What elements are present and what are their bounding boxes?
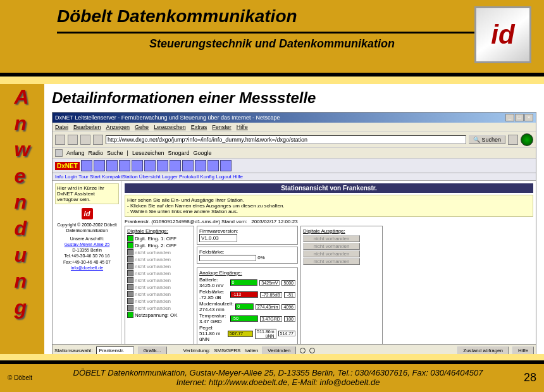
halten-label: halten (244, 348, 258, 353)
radio-option[interactable] (309, 348, 315, 353)
led-icon (127, 284, 133, 290)
io-label: nicht vorhanden (135, 291, 171, 297)
home-icon[interactable] (55, 149, 63, 157)
menu-window[interactable]: Fenster (212, 124, 232, 130)
analog-limit: -51 (284, 292, 295, 298)
search-button[interactable]: 🔍 Suchen (469, 135, 505, 144)
fs-progress (199, 255, 256, 261)
analog-label: Pegel: 511.86 m üNN (199, 325, 226, 342)
print-button[interactable] (508, 135, 518, 145)
minimize-button[interactable]: _ (505, 114, 514, 121)
fw-label: Firmwareversion: (199, 228, 295, 234)
app-icon[interactable] (81, 160, 92, 171)
menu-edit[interactable]: Bearbeiten (73, 124, 101, 130)
io-label: nicht vorhanden (135, 250, 171, 255)
addr-link[interactable]: Gustav-Meyer-Allee 25 (65, 242, 110, 247)
led-icon (127, 312, 133, 318)
app-icon[interactable] (144, 160, 156, 171)
anschrift-label: Unsere Anschrift: (55, 236, 119, 242)
url-input[interactable]: http://www.dxgo.net/dxgo/jump?info=/info… (106, 135, 466, 144)
reload-button[interactable] (80, 135, 90, 145)
app-icon[interactable] (195, 160, 206, 171)
browser-window: DxNET Leitstellenserver - Fernüberwachun… (52, 112, 536, 365)
browser-addressbar: http://www.dxgo.net/dxgo/jump?info=/info… (53, 132, 536, 148)
sidebar-label: An we nd un g (15, 84, 30, 321)
io-label: nicht vorhanden (135, 298, 171, 304)
slide-footer: © Döbelt DÖBELT Datenkommunikation, Gust… (0, 354, 544, 392)
app-icon[interactable] (157, 160, 168, 171)
app-icon[interactable] (182, 160, 194, 171)
app-icon[interactable] (106, 160, 118, 171)
fw-value: V1.0.03 (199, 234, 237, 242)
back-button[interactable] (55, 135, 65, 145)
fs-label: Feldstärke: (199, 249, 295, 255)
assistant-notice: Hier wird in Kürze Ihr DxNET Assistent v… (55, 183, 119, 204)
analog-limit: 100 (284, 316, 295, 322)
app-icon[interactable] (94, 160, 105, 171)
led-icon (127, 256, 133, 262)
tb-radio[interactable]: Radio (89, 150, 104, 156)
close-button[interactable]: × (524, 114, 533, 121)
io-label: Digit. Eing. 1: OFF (135, 236, 176, 242)
app-icon[interactable] (207, 160, 219, 171)
analog-row: Modemlaufzeit: 274.43 min0274.43min4096 (199, 301, 295, 312)
digital-in-row: nicht vorhanden (127, 277, 192, 283)
menu-help[interactable]: Hilfe (237, 124, 248, 130)
app-icon[interactable] (170, 160, 181, 171)
digital-in-row: nicht vorhanden (127, 284, 192, 290)
menu-bookmarks[interactable]: Lesezeichen (154, 124, 186, 130)
firmware-panel: Firmwareversion: V1.0.03 (197, 226, 298, 245)
digital-in-row: nicht vorhanden (127, 298, 192, 304)
led-icon (127, 298, 133, 304)
menu-view[interactable]: Anzeigen (106, 124, 130, 130)
panel-title: Analoge Eingänge: (199, 270, 295, 276)
page-title: Detailinformationen einer Messstelle (52, 89, 536, 107)
addr-fax: Fax:+49-30-46 40 45 07 (63, 260, 111, 264)
tb-search[interactable]: Suche (107, 150, 123, 156)
analog-limit: 4096 (281, 304, 295, 310)
app-icon[interactable] (119, 160, 130, 171)
window-title: DxNET Leitstellenserver - Fernüberwachun… (55, 114, 280, 121)
menu-extras[interactable]: Extras (191, 124, 207, 130)
netscape-logo-icon (521, 133, 533, 146)
company-logo: id (474, 6, 531, 63)
sms-label: SMS/GPRS (214, 348, 240, 353)
led-icon (127, 291, 133, 297)
led-icon (127, 263, 133, 269)
digital-out-button[interactable]: nicht vorhanden (303, 235, 360, 242)
forward-button[interactable] (68, 135, 78, 145)
maximize-button[interactable]: □ (515, 114, 524, 121)
stop-button[interactable] (93, 135, 103, 145)
digital-in-row: nicht vorhanden (127, 305, 192, 311)
led-icon (127, 270, 133, 276)
tb-bookmarks[interactable]: Lesezeichen (132, 150, 164, 156)
footer-copyright: © Döbelt (8, 374, 32, 381)
tb-snogard[interactable]: Snogard (168, 150, 189, 156)
digital-in-row: nicht vorhanden (127, 249, 192, 255)
io-label: Netzspannung: OK (135, 312, 178, 318)
menu-file[interactable]: Datei (55, 124, 68, 130)
station-info: Frankenstr. (0169091254998@d1-sms.de) St… (125, 219, 533, 224)
digital-in-row: nicht vorhanden (127, 256, 192, 262)
digital-out-button[interactable]: nicht vorhanden (303, 243, 360, 250)
app-sidebar: Hier wird in Kürze Ihr DxNET Assistent v… (53, 181, 122, 344)
digital-out-button[interactable]: nicht vorhanden (303, 250, 360, 257)
analog-bar: 0 (230, 279, 258, 286)
digital-in-row: nicht vorhanden (127, 291, 192, 297)
digital-inputs-panel: Digitale Eingänge: Digit. Eing. 1: OFFDi… (125, 226, 194, 344)
company-title: Döbelt Datenkommunikation (57, 6, 487, 27)
app-icon[interactable] (220, 160, 232, 171)
addr-email[interactable]: info@doebelt.de (71, 266, 103, 270)
analog-bar: 0 (235, 303, 253, 310)
menu-go[interactable]: Gehe (135, 124, 149, 130)
tb-home[interactable]: Anfang (66, 150, 85, 156)
analog-label: Modemlaufzeit: 274.43 min (199, 301, 233, 312)
digital-out-button[interactable]: nicht vorhanden (303, 258, 360, 265)
app-menu[interactable]: Info Login Tour Start KompaktStation Übe… (53, 173, 536, 181)
tb-google[interactable]: Google (194, 150, 212, 156)
io-label: nicht vorhanden (135, 305, 171, 311)
app-icon[interactable] (132, 160, 143, 171)
radio-option[interactable] (300, 348, 306, 353)
browser-toolbar: Anfang Radio Suche | Lesezeichen Snogard… (53, 148, 536, 159)
analog-row: Temperatur: 3.47 GRD-503.47GRD100 (199, 313, 295, 324)
